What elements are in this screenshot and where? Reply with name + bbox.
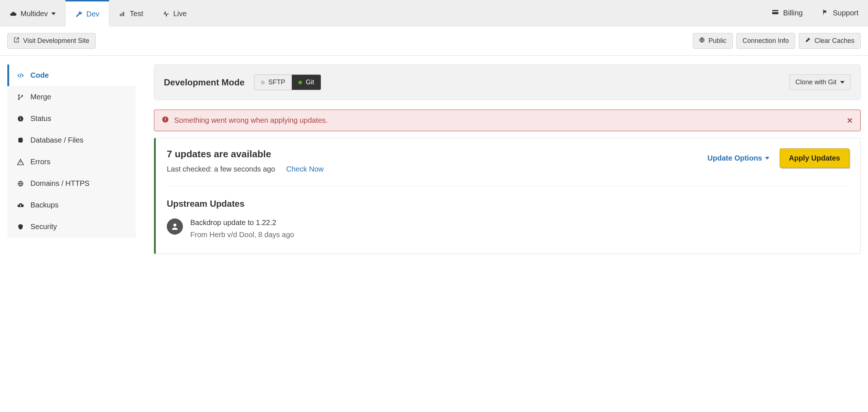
chevron-down-icon xyxy=(765,157,769,159)
globe-icon xyxy=(699,37,705,45)
warning-icon xyxy=(16,158,25,166)
bar-chart-icon xyxy=(119,10,126,18)
cloud-icon xyxy=(10,10,17,18)
commit-row: Backdrop update to 1.22.2 From Herb v/d … xyxy=(167,218,849,239)
sidebar-item-label: Backups xyxy=(30,201,59,209)
chevron-down-icon xyxy=(840,81,845,84)
svg-rect-2 xyxy=(123,12,124,16)
commit-title: Backdrop update to 1.22.2 xyxy=(190,218,294,227)
tab-live[interactable]: Live xyxy=(153,0,196,26)
button-label: Visit Development Site xyxy=(23,37,89,45)
chevron-down-icon xyxy=(51,12,56,15)
mode-toggle: SFTP Git xyxy=(254,74,321,90)
tab-label: Live xyxy=(173,10,187,18)
radio-unselected-icon xyxy=(261,81,265,84)
sidebar-item-merge[interactable]: Merge xyxy=(7,86,136,108)
connection-info-button[interactable]: Connection Info xyxy=(736,33,795,49)
mode-label: Git xyxy=(306,78,314,86)
visit-site-button[interactable]: Visit Development Site xyxy=(7,33,96,49)
close-icon[interactable]: ✕ xyxy=(847,116,853,125)
development-mode-panel: Development Mode SFTP Git Clone with Git xyxy=(154,65,861,100)
mode-option-git[interactable]: Git xyxy=(292,75,321,90)
mode-label: SFTP xyxy=(268,78,285,86)
error-text: Something went wrong when applying updat… xyxy=(174,116,328,125)
button-label: Connection Info xyxy=(743,37,789,45)
clear-caches-button[interactable]: Clear Caches xyxy=(799,33,861,49)
cloud-upload-icon xyxy=(16,202,25,209)
top-tabs: Multidev Dev Test Live Billing xyxy=(0,0,868,26)
svg-point-7 xyxy=(18,98,19,99)
updates-header: 7 updates are available Last checked: a … xyxy=(167,148,849,173)
tab-multidev[interactable]: Multidev xyxy=(0,0,65,26)
radio-selected-icon xyxy=(298,81,302,84)
divider xyxy=(167,186,849,186)
main-area: Code Merge Status Database / Files Error… xyxy=(0,56,868,269)
button-label: Apply Updates xyxy=(789,154,840,162)
dropdown-label: Update Options xyxy=(707,154,762,162)
svg-point-6 xyxy=(18,95,19,96)
apply-updates-button[interactable]: Apply Updates xyxy=(780,148,849,168)
sidebar-item-label: Errors xyxy=(30,158,50,166)
sidebar-item-domains-https[interactable]: Domains / HTTPS xyxy=(7,173,136,194)
content-area: Development Mode SFTP Git Clone with Git xyxy=(154,65,861,254)
top-tabs-left: Multidev Dev Test Live xyxy=(0,0,196,26)
top-tabs-right: Billing Support xyxy=(762,0,868,26)
sidebar-item-database-files[interactable]: Database / Files xyxy=(7,129,136,151)
code-icon xyxy=(16,72,25,79)
database-icon xyxy=(16,137,25,144)
sidebar-item-label: Code xyxy=(30,71,49,80)
button-label: Clone with Git xyxy=(795,78,836,86)
development-mode-title: Development Mode xyxy=(164,77,244,88)
external-link-icon xyxy=(14,37,19,45)
svg-point-8 xyxy=(22,95,23,96)
sidebar-item-label: Database / Files xyxy=(30,136,84,144)
commit-meta: From Herb v/d Dool, 8 days ago xyxy=(190,231,294,239)
sidebar-item-status[interactable]: Status xyxy=(7,108,136,129)
sidebar-item-label: Status xyxy=(30,114,51,123)
person-icon xyxy=(170,222,179,231)
error-alert: Something went wrong when applying updat… xyxy=(154,110,861,131)
error-icon xyxy=(162,116,169,125)
svg-rect-15 xyxy=(165,118,166,120)
nav-label: Billing xyxy=(783,9,803,17)
updates-available-title: 7 updates are available xyxy=(167,148,324,160)
public-button[interactable]: Public xyxy=(693,33,733,49)
broom-icon xyxy=(805,37,811,45)
clone-with-git-button[interactable]: Clone with Git xyxy=(789,74,851,90)
nav-billing[interactable]: Billing xyxy=(762,0,812,26)
upstream-updates-title: Upstream Updates xyxy=(167,199,849,209)
tab-label: Dev xyxy=(86,10,99,18)
tab-dev[interactable]: Dev xyxy=(65,0,109,26)
tab-test[interactable]: Test xyxy=(109,0,153,26)
svg-rect-11 xyxy=(20,117,21,118)
sidebar-item-label: Domains / HTTPS xyxy=(30,179,89,188)
button-label: Clear Caches xyxy=(814,37,854,45)
sidebar-item-code[interactable]: Code xyxy=(7,65,136,86)
sidebar-item-errors[interactable]: Errors xyxy=(7,151,136,173)
button-label: Public xyxy=(709,37,727,45)
globe-grid-icon xyxy=(16,180,25,187)
git-branch-icon xyxy=(16,94,25,100)
svg-rect-16 xyxy=(165,121,166,121)
pulse-icon xyxy=(162,10,170,18)
sidebar-item-label: Merge xyxy=(30,93,51,101)
sidebar-item-security[interactable]: Security xyxy=(7,216,136,238)
mode-option-sftp[interactable]: SFTP xyxy=(254,75,292,90)
tab-label: Multidev xyxy=(21,10,48,18)
nav-support[interactable]: Support xyxy=(812,0,868,26)
svg-rect-0 xyxy=(120,14,121,16)
update-options-dropdown[interactable]: Update Options xyxy=(707,154,769,162)
updates-panel: 7 updates are available Last checked: a … xyxy=(154,138,861,254)
sub-toolbar: Visit Development Site Public Connection… xyxy=(0,26,868,56)
nav-label: Support xyxy=(833,9,858,17)
tab-label: Test xyxy=(130,10,143,18)
svg-rect-10 xyxy=(20,118,21,120)
svg-rect-1 xyxy=(122,13,122,16)
sidebar: Code Merge Status Database / Files Error… xyxy=(7,65,136,238)
sidebar-item-label: Security xyxy=(30,222,57,231)
info-icon xyxy=(16,115,25,122)
sub-toolbar-right: Public Connection Info Clear Caches xyxy=(693,33,861,49)
sidebar-item-backups[interactable]: Backups xyxy=(7,194,136,216)
check-now-link[interactable]: Check Now xyxy=(286,165,324,173)
svg-point-17 xyxy=(173,224,176,227)
